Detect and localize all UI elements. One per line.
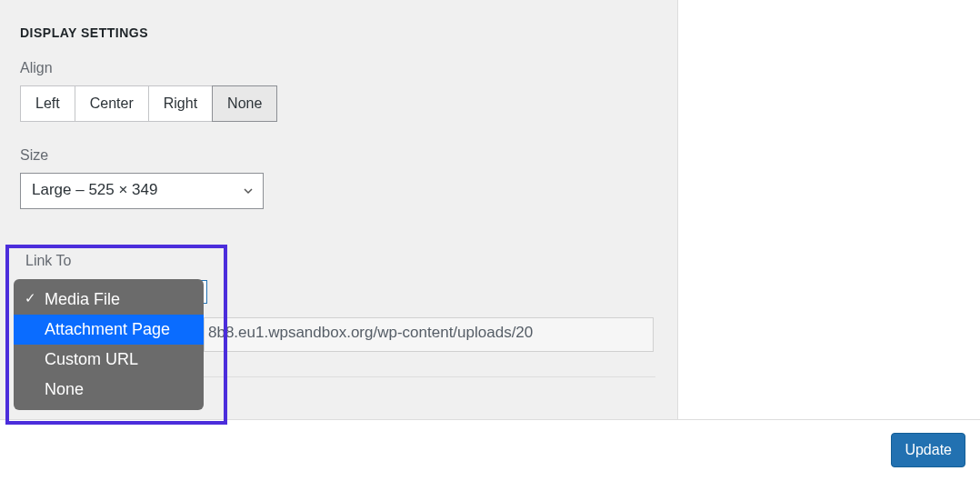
chevron-down-icon <box>243 185 254 196</box>
link-to-label: Link To <box>25 253 71 269</box>
size-label: Size <box>20 147 657 164</box>
size-select[interactable]: Large – 525 × 349 <box>20 173 264 209</box>
link-to-dropdown: Media File Attachment Page Custom URL No… <box>14 279 204 410</box>
align-left-button[interactable]: Left <box>20 85 75 122</box>
align-label: Align <box>20 60 657 76</box>
align-button-group: Left Center Right None <box>20 85 657 122</box>
align-center-button[interactable]: Center <box>75 85 149 122</box>
update-button[interactable]: Update <box>891 433 965 467</box>
size-field: Size Large – 525 × 349 <box>20 147 657 231</box>
section-title: DISPLAY SETTINGS <box>20 25 657 40</box>
align-field: Align Left Center Right None <box>20 60 657 122</box>
dropdown-option-none[interactable]: None <box>14 375 204 405</box>
url-input[interactable]: 8b8.eu1.wpsandbox.org/wp-content/uploads… <box>204 317 654 352</box>
dropdown-option-custom-url[interactable]: Custom URL <box>14 345 204 375</box>
right-panel <box>677 0 980 419</box>
size-select-value: Large – 525 × 349 <box>21 174 263 206</box>
dropdown-option-attachment-page[interactable]: Attachment Page <box>14 315 204 345</box>
link-to-field: Link To <box>25 253 71 278</box>
dropdown-option-media-file[interactable]: Media File <box>14 285 204 315</box>
align-none-button[interactable]: None <box>212 85 277 122</box>
footer-bar: Update <box>0 419 980 481</box>
align-right-button[interactable]: Right <box>148 85 213 122</box>
